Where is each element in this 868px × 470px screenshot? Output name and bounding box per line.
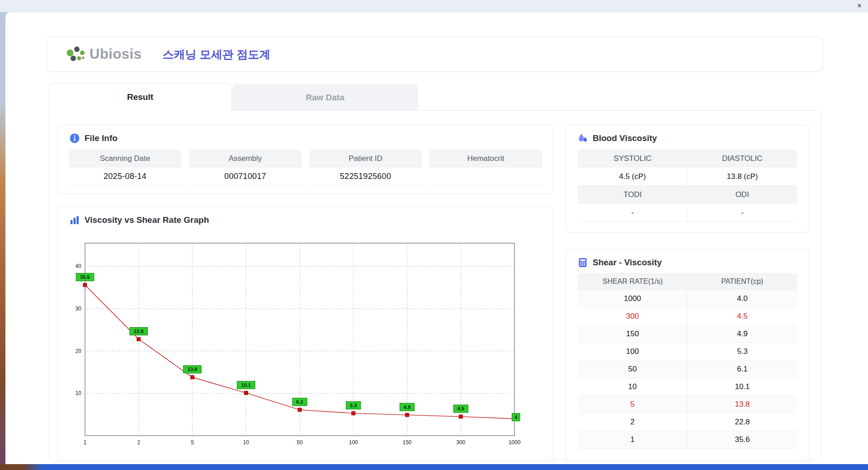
svg-text:6.1: 6.1 (296, 399, 303, 404)
taskbar (0, 464, 868, 470)
shear-table-row: 513.8 (578, 396, 797, 414)
blood-viscosity-section: Blood Viscosity SYSTOLIC DIASTOLIC 4.5 (… (566, 125, 809, 233)
shear-table-body: 10004.03004.51504.91005.3506.11010.1513.… (578, 290, 797, 449)
shear-rate-cell: 300 (578, 308, 687, 325)
field-value: 2025-08-14 (69, 168, 181, 186)
field-label: Hematocrit (429, 150, 542, 168)
field-value: 000710017 (189, 168, 302, 186)
bv-value-row: - - (578, 204, 797, 222)
logo-dots-icon (66, 46, 86, 63)
svg-text:5: 5 (191, 439, 194, 446)
shear-viscosity-title-row: Shear - Viscosity (566, 249, 809, 268)
bv-diastolic-value: 13.8 (cP) (687, 168, 797, 186)
patient-viscosity-cell: 4.9 (687, 325, 797, 343)
patient-viscosity-cell: 4.0 (687, 290, 797, 307)
shear-rate-cell: 5 (578, 396, 687, 413)
shear-table-row: 3004.5 (578, 308, 797, 325)
shear-viscosity-table: SHEAR RATE(1/s) PATIENT(cp) 10004.03004.… (578, 273, 797, 449)
svg-text:10.1: 10.1 (241, 382, 251, 388)
file-info-field: Assembly000710017 (189, 150, 302, 186)
svg-text:40: 40 (75, 263, 82, 269)
bv-header-row: TODI ODI (578, 186, 797, 204)
svg-text:1: 1 (84, 439, 87, 446)
bv-header-row: SYSTOLIC DIASTOLIC (578, 150, 797, 168)
file-info-field: Patient ID52251925600 (309, 150, 422, 186)
shear-table-row: 222.8 (578, 414, 797, 431)
svg-text:10: 10 (75, 390, 82, 396)
shear-rate-cell: 1000 (578, 290, 687, 307)
shear-rate-cell: 10 (578, 378, 687, 395)
calculator-icon (578, 258, 588, 268)
field-label: Scanning Date (69, 150, 181, 168)
svg-text:4: 4 (514, 414, 518, 420)
svg-text:13.8: 13.8 (188, 367, 197, 372)
file-info-title: File Info (85, 133, 118, 143)
shear-rate-cell: 50 (578, 361, 687, 378)
droplets-icon (578, 133, 588, 143)
shear-viscosity-section: Shear - Viscosity SHEAR RATE(1/s) PATIEN… (566, 249, 809, 461)
shear-table-row: 1005.3 (578, 343, 797, 361)
svg-text:5.3: 5.3 (350, 403, 357, 408)
svg-text:35.6: 35.6 (80, 274, 90, 280)
shear-rate-cell: 100 (578, 343, 687, 360)
bv-header-diastolic: DIASTOLIC (688, 150, 797, 168)
tab-raw-data[interactable]: Raw Data (232, 85, 418, 110)
blood-viscosity-title: Blood Viscosity (593, 133, 657, 143)
logo-text: Ubiosis (90, 46, 142, 62)
file-info-field: Scanning Date2025-08-14 (69, 150, 181, 186)
field-label: Patient ID (309, 150, 422, 168)
shear-table-header-row: SHEAR RATE(1/s) PATIENT(cp) (578, 273, 797, 290)
graph-title: Viscosity vs Shear Rate Graph (85, 215, 209, 225)
patient-viscosity-cell: 35.6 (687, 431, 797, 448)
shear-rate-cell: 1 (578, 431, 687, 448)
shear-table-row: 1504.9 (578, 325, 797, 343)
blood-viscosity-table: SYSTOLIC DIASTOLIC 4.5 (cP) 13.8 (cP) TO… (578, 150, 797, 222)
ubiosis-logo: Ubiosis (66, 46, 142, 63)
graph-title-row: Viscosity vs Shear Rate Graph (58, 207, 553, 225)
patient-viscosity-cell: 5.3 (687, 343, 797, 360)
app-header: Ubiosis 스캐닝 모세관 점도계 (47, 37, 823, 72)
page-title: 스캐닝 모세관 점도계 (162, 47, 270, 62)
graph-section: Viscosity vs Shear Rate Graph 1020304012… (57, 207, 553, 461)
shear-table-row: 506.1 (578, 361, 797, 378)
svg-text:10: 10 (243, 439, 250, 446)
tab-result[interactable]: Result (49, 83, 231, 111)
close-icon[interactable]: × (857, 2, 862, 9)
svg-text:2: 2 (137, 439, 140, 446)
bv-header-todi: TODI (578, 186, 688, 204)
svg-text:4.9: 4.9 (404, 404, 410, 410)
window-titlebar: × (0, 0, 868, 12)
svg-text:1000: 1000 (509, 439, 521, 446)
patient-viscosity-cell: 10.1 (687, 378, 797, 395)
svg-text:150: 150 (402, 439, 411, 446)
app-page: × Ubiosis 스캐닝 모세관 점도계 Result Raw Data (0, 0, 868, 470)
file-info-title-row: File Info (58, 125, 553, 143)
file-info-section: File Info Scanning Date2025-08-14Assembl… (57, 125, 553, 194)
bv-header-systolic: SYSTOLIC (578, 150, 688, 168)
svg-text:22.8: 22.8 (134, 329, 143, 334)
blood-viscosity-title-row: Blood Viscosity (566, 125, 809, 143)
file-info-field: Hematocrit (429, 150, 542, 186)
bv-odi-value: - (687, 204, 797, 222)
patient-viscosity-cell: 13.8 (687, 396, 797, 413)
svg-text:50: 50 (297, 439, 303, 446)
bv-value-row: 4.5 (cP) 13.8 (cP) (578, 168, 797, 186)
field-label: Assembly (189, 150, 302, 168)
bv-header-odi: ODI (688, 186, 797, 204)
bv-systolic-value: 4.5 (cP) (578, 168, 687, 186)
svg-text:4.5: 4.5 (458, 406, 464, 411)
viscosity-shear-chart: 102030401251050100150300100035.622.813.8… (64, 236, 521, 452)
svg-text:100: 100 (349, 439, 358, 446)
patient-viscosity-cell: 4.5 (687, 308, 797, 325)
patient-viscosity-cell: 6.1 (687, 361, 797, 378)
file-info-fields: Scanning Date2025-08-14Assembly000710017… (58, 143, 553, 186)
svg-text:20: 20 (75, 348, 82, 354)
shear-table-row: 1010.1 (578, 378, 797, 396)
bar-chart-icon (70, 215, 80, 225)
patient-column-header: PATIENT(cp) (688, 273, 797, 290)
bv-todi-value: - (578, 204, 687, 222)
shear-rate-cell: 2 (578, 414, 687, 431)
shear-rate-column-header: SHEAR RATE(1/s) (578, 273, 688, 290)
field-value (429, 168, 542, 186)
svg-text:30: 30 (75, 306, 82, 312)
